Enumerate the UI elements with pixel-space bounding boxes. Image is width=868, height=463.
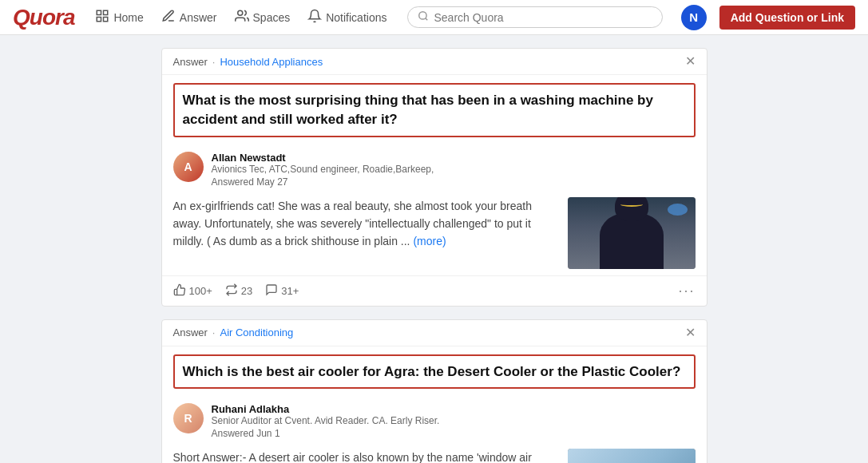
upvote-action-1[interactable]: 100+ xyxy=(173,283,212,299)
nav-spaces[interactable]: Spaces xyxy=(227,4,299,30)
comment-count-1: 31+ xyxy=(281,285,299,297)
share-icon-1 xyxy=(225,283,238,299)
comment-action-1[interactable]: 31+ xyxy=(265,283,299,299)
nav-bar: Home Answer Spaces Notifications xyxy=(87,4,394,30)
search-box[interactable] xyxy=(407,6,663,28)
svg-rect-1 xyxy=(104,10,108,14)
answer-image-2 xyxy=(568,449,696,463)
svg-rect-2 xyxy=(97,18,101,22)
nav-notifications-label: Notifications xyxy=(326,11,386,24)
upvote-icon-1 xyxy=(173,283,186,299)
answer-text-2: Short Answer:- A desert air cooler is al… xyxy=(173,449,558,463)
svg-point-4 xyxy=(237,10,242,15)
more-options-1[interactable]: ··· xyxy=(678,283,695,299)
nav-answer[interactable]: Answer xyxy=(153,4,225,30)
card-label-1: Answer xyxy=(173,56,208,68)
more-link-1[interactable]: (more) xyxy=(413,235,446,247)
answer-text-1: An ex-girlfriends cat! She was a real be… xyxy=(173,197,558,269)
answer-icon xyxy=(161,9,176,26)
answer-body-1: An ex-girlfriends cat! She was a real be… xyxy=(162,194,707,275)
card-header-info-1: Answer · Household Appliances xyxy=(173,56,323,68)
card-header-2: Answer · Air Conditioning ✕ xyxy=(162,320,707,346)
answer-card-2: Answer · Air Conditioning ✕ Which is the… xyxy=(161,319,707,463)
answer-image-1 xyxy=(568,197,696,269)
author-meta-2: Senior Auditor at Cvent. Avid Reader. CA… xyxy=(212,415,696,426)
search-icon xyxy=(418,10,429,24)
question-box-2: Which is the best air cooler for Agra: t… xyxy=(173,354,696,390)
main-content: Answer · Household Appliances ✕ What is … xyxy=(155,48,714,463)
author-avatar-1: A xyxy=(173,152,204,182)
search-input[interactable] xyxy=(434,11,652,24)
home-icon xyxy=(95,9,109,26)
add-question-button[interactable]: Add Question or Link xyxy=(719,6,855,30)
question-box-1: What is the most surprising thing that h… xyxy=(173,83,696,137)
upvote-count-1: 100+ xyxy=(189,285,212,297)
logo[interactable]: Quora xyxy=(13,5,74,30)
answer-body-2: Short Answer:- A desert air cooler is al… xyxy=(162,445,707,463)
nav-home[interactable]: Home xyxy=(87,4,151,30)
nav-notifications[interactable]: Notifications xyxy=(299,4,394,30)
card-header-info-2: Answer · Air Conditioning xyxy=(173,326,294,338)
answer-author-section-1: A Allan Newstadt Avionics Tec, ATC,Sound… xyxy=(162,145,707,194)
answer-date-2: Answered Jun 1 xyxy=(212,428,696,439)
avatar[interactable]: N xyxy=(681,5,707,30)
author-meta-1: Avionics Tec, ATC,Sound engineer, Roadie… xyxy=(212,164,696,175)
svg-rect-0 xyxy=(97,10,101,14)
action-bar-1: 100+ 23 31+ ··· xyxy=(162,275,707,306)
nav-home-label: Home xyxy=(113,11,143,24)
card-header-1: Answer · Household Appliances ✕ xyxy=(162,49,707,75)
author-avatar-2: R xyxy=(173,403,204,433)
share-count-1: 23 xyxy=(241,285,252,297)
author-name-1[interactable]: Allan Newstadt xyxy=(212,152,696,164)
share-action-1[interactable]: 23 xyxy=(225,283,252,299)
header: Quora Home Answer Spaces Notifications xyxy=(0,0,868,35)
answer-author-section-2: R Ruhani Adlakha Senior Auditor at Cvent… xyxy=(162,397,707,445)
question-text-2[interactable]: Which is the best air cooler for Agra: t… xyxy=(183,362,686,382)
bell-icon xyxy=(307,9,322,26)
question-text-1[interactable]: What is the most surprising thing that h… xyxy=(183,91,686,129)
nav-spaces-label: Spaces xyxy=(253,11,291,24)
svg-point-5 xyxy=(419,12,426,19)
nav-answer-label: Answer xyxy=(180,11,217,24)
user-info-1: Allan Newstadt Avionics Tec, ATC,Sound e… xyxy=(212,152,696,188)
author-name-2[interactable]: Ruhani Adlakha xyxy=(212,403,696,415)
card-category-2[interactable]: Air Conditioning xyxy=(220,326,293,338)
answer-date-1: Answered May 27 xyxy=(212,176,696,188)
answer-card-1: Answer · Household Appliances ✕ What is … xyxy=(161,48,707,307)
spaces-icon xyxy=(235,9,249,26)
svg-rect-3 xyxy=(104,18,108,22)
card-label-2: Answer xyxy=(173,326,208,338)
user-info-2: Ruhani Adlakha Senior Auditor at Cvent. … xyxy=(212,403,696,439)
close-button-2[interactable]: ✕ xyxy=(685,326,696,339)
card-category-1[interactable]: Household Appliances xyxy=(220,56,323,68)
comment-icon-1 xyxy=(265,283,278,299)
close-button-1[interactable]: ✕ xyxy=(685,55,696,68)
